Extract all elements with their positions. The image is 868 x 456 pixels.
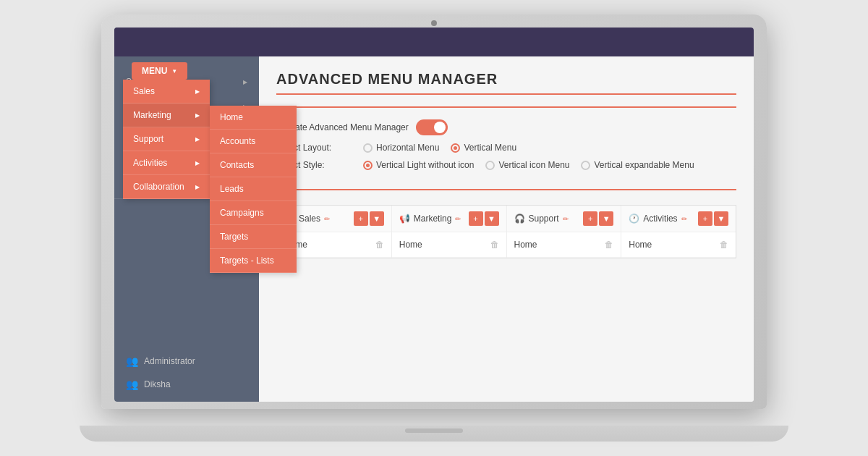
add-btn-group-sales: + ▼ <box>354 211 384 226</box>
page-title: ADVANCED MENU MANAGER <box>276 71 736 95</box>
laptop-base-notch <box>405 428 463 433</box>
divider-line <box>276 106 736 108</box>
column-header-marketing: 📢 Marketing ✏ + ▼ <box>392 206 506 232</box>
sidebar-users-section: 👥 Administrator 👥 Diksha <box>114 344 259 402</box>
dropdown-sub-item-campaigns[interactable]: Campaigns <box>210 201 297 225</box>
chevron-right-icon: ▶ <box>195 136 200 143</box>
column-item-support-home: Home 🗑 <box>507 232 621 258</box>
delete-icon-activities[interactable]: 🗑 <box>720 240 728 250</box>
delete-icon-sales[interactable]: 🗑 <box>375 240 384 250</box>
edit-icon-sales[interactable]: ✏ <box>324 215 330 223</box>
style-row: Select Style: Vertical Light without ico… <box>276 160 736 170</box>
dropdown-sub-item-targets-lists[interactable]: Targets - Lists <box>210 249 297 273</box>
dropdown-item-collaboration[interactable]: Collaboration ▶ <box>123 175 210 199</box>
edit-icon-activities[interactable]: ✏ <box>681 215 687 223</box>
dropdown-main-menu: Sales ▶ Marketing ▶ Support ▶ <box>123 80 210 199</box>
dropdown-item-support[interactable]: Support ▶ <box>123 127 210 151</box>
column-item-activities-home: Home 🗑 <box>621 232 736 258</box>
column-item-marketing-home: Home 🗑 <box>392 232 506 258</box>
dropdown-item-marketing[interactable]: Marketing ▶ <box>123 104 210 127</box>
style-radio-group: Vertical Light without icon Vertical ico… <box>363 160 694 170</box>
add-button-support[interactable]: + <box>583 211 597 226</box>
activities-col-icon: 🕐 <box>629 214 639 224</box>
radio-circle <box>581 161 590 170</box>
dropdown-sub-item-accounts[interactable]: Accounts <box>210 130 297 153</box>
chevron-right-icon: ▶ <box>195 112 200 119</box>
laptop-screen: Sales ▶ Marketing ▶ Support ▶ Activiti <box>114 28 754 402</box>
dropdown-sub-item-home[interactable]: Home <box>210 106 297 130</box>
sidebar-user-administrator: 👥 Administrator <box>114 350 259 373</box>
layout-radio-horizontal[interactable]: Horizontal Menu <box>363 143 439 153</box>
dropdown-button-activities[interactable]: ▼ <box>714 211 728 226</box>
menu-button[interactable]: MENU ▼ <box>132 62 187 80</box>
dropdown-item-sales[interactable]: Sales ▶ <box>123 80 210 104</box>
column-title-activities: 🕐 Activities ✏ <box>629 214 686 224</box>
activate-toggle[interactable] <box>416 119 448 135</box>
column-title-support: 🎧 Support ✏ <box>514 214 569 224</box>
radio-circle <box>363 143 373 153</box>
delete-icon-support[interactable]: 🗑 <box>605 240 613 250</box>
dropdown-overlay: MENU ▼ Sales ▶ Marketing ▶ <box>123 56 210 199</box>
column-header-support: 🎧 Support ✏ + ▼ <box>507 206 621 232</box>
style-radio-light[interactable]: Vertical Light without icon <box>363 160 474 170</box>
menu-column-support: 🎧 Support ✏ + ▼ Home <box>507 206 622 258</box>
layout-row: Select Layout: Horizontal Menu Vertical … <box>276 143 736 153</box>
edit-icon-support[interactable]: ✏ <box>563 215 569 223</box>
dropdown-sub-menu: Home Accounts Contacts Leads Campaigns T… <box>210 106 297 273</box>
radio-circle <box>485 161 495 170</box>
sidebar-user-diksha: 👥 Diksha <box>114 373 259 396</box>
style-radio-expandable[interactable]: Vertical expandable Menu <box>581 160 694 170</box>
chevron-right-icon: ▶ <box>195 184 200 190</box>
user-icon: 👥 <box>126 379 138 390</box>
column-header-activities: 🕐 Activities ✏ + ▼ <box>621 206 736 232</box>
add-button-activities[interactable]: + <box>698 211 712 226</box>
add-btn-group-activities: + ▼ <box>698 211 728 226</box>
dropdown-button-marketing[interactable]: ▼ <box>485 211 499 226</box>
chevron-right-icon: ▶ <box>195 88 200 95</box>
dropdown-button-support[interactable]: ▼ <box>599 211 613 226</box>
radio-circle-selected <box>363 161 373 170</box>
divider-line-2 <box>276 189 736 190</box>
marketing-col-icon: 📢 <box>399 214 410 224</box>
chevron-down-icon: ▼ <box>171 68 177 75</box>
dropdown-button-sales[interactable]: ▼ <box>370 211 384 226</box>
add-btn-group-marketing: + ▼ <box>469 211 499 226</box>
layout-radio-vertical[interactable]: Vertical Menu <box>451 143 516 153</box>
dropdown-item-activities[interactable]: Activities ▶ <box>123 151 210 175</box>
delete-icon-marketing[interactable]: 🗑 <box>490 240 499 250</box>
column-title-marketing: 📢 Marketing ✏ <box>399 214 461 224</box>
menu-column-marketing: 📢 Marketing ✏ + ▼ Home <box>392 206 507 258</box>
layout-radio-group: Horizontal Menu Vertical Menu <box>363 143 516 153</box>
main-content: ADVANCED MENU MANAGER Activate Advanced … <box>259 56 754 402</box>
style-radio-icon[interactable]: Vertical icon Menu <box>485 160 569 170</box>
radio-circle-selected <box>451 143 460 153</box>
menu-columns: 🛒 Sales ✏ + ▼ Home <box>276 205 736 258</box>
add-button-sales[interactable]: + <box>354 211 368 226</box>
dropdown-sub-item-contacts[interactable]: Contacts <box>210 153 297 177</box>
laptop-camera <box>431 20 437 26</box>
activate-row: Activate Advanced Menu Manager <box>276 119 736 135</box>
edit-icon-marketing[interactable]: ✏ <box>455 215 461 223</box>
top-bar <box>114 28 754 56</box>
add-btn-group-support: + ▼ <box>583 211 613 226</box>
chevron-right-icon: ▶ <box>195 160 200 166</box>
app-container: Sales ▶ Marketing ▶ Support ▶ Activiti <box>114 28 754 402</box>
menu-column-activities: 🕐 Activities ✏ + ▼ Home <box>621 206 736 258</box>
dropdown-sub-item-leads[interactable]: Leads <box>210 177 297 201</box>
support-col-icon: 🎧 <box>514 214 525 224</box>
add-button-marketing[interactable]: + <box>469 211 483 226</box>
chevron-right-icon: ▶ <box>243 79 247 85</box>
user-icon: 👥 <box>126 355 138 367</box>
laptop-base <box>80 426 788 442</box>
dropdown-sub-item-targets[interactable]: Targets <box>210 225 297 249</box>
